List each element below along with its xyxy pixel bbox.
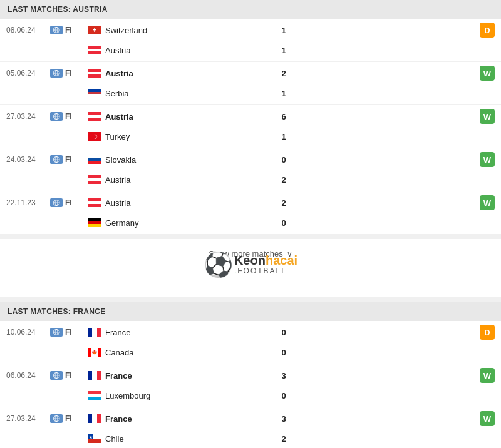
france-flag	[88, 328, 101, 337]
match-date: 06.06.24	[6, 371, 50, 380]
turkey-flag	[88, 132, 101, 141]
match-row: 06.06.24 FI France 3 W	[0, 364, 501, 385]
result-badge: W	[480, 368, 495, 383]
match-type: FI	[50, 328, 88, 337]
team1-col: Slovakia	[88, 155, 274, 165]
match-date: 24.03.24	[6, 155, 50, 164]
match-date: 08.06.24	[6, 26, 50, 34]
france-section: LAST MATCHES: FRANCE 10.06.24 FI France …	[0, 302, 501, 448]
germany-flag	[88, 218, 101, 227]
match-row-2: Turkey 1	[0, 126, 501, 148]
team2-col: Austria	[88, 175, 274, 185]
logo: ⚽ Keonhacai .FOOTBALL	[204, 251, 297, 278]
france-section-header: LAST MATCHES: FRANCE	[0, 302, 501, 321]
score1: 2	[274, 69, 293, 78]
team1-name: France	[105, 371, 132, 380]
globe-badge	[50, 328, 63, 337]
chile-flag	[88, 434, 101, 443]
match-type: FI	[50, 155, 88, 164]
score1: 3	[274, 371, 293, 380]
type-label: FI	[65, 112, 72, 121]
logo-keonhacai: Keonhacai	[234, 253, 297, 267]
score1: 0	[274, 155, 293, 165]
score2: 1	[274, 46, 293, 55]
score1: 3	[274, 414, 293, 424]
team1-name: Slovakia	[105, 155, 136, 165]
team1-name: Austria	[105, 69, 133, 78]
team1-col: Austria	[88, 69, 274, 78]
match-date: 27.03.24	[6, 414, 50, 423]
match-row: 22.11.23 FI Austria 2 W	[0, 191, 501, 213]
score2: 2	[274, 175, 293, 185]
match-pair: 27.03.24 FI France 3 W	[0, 407, 501, 448]
austria-flag	[88, 175, 101, 184]
score1: 1	[274, 26, 293, 35]
type-label: FI	[65, 26, 72, 34]
austria-flag	[88, 69, 101, 78]
match-row-2: Luxembourg 0	[0, 385, 501, 407]
match-pair: 05.06.24 FI Austria 2 W	[0, 62, 501, 105]
match-pair: 27.03.24 FI Austria 6 W	[0, 105, 501, 148]
globe-badge	[50, 198, 63, 207]
match-type: FI	[50, 371, 88, 380]
globe-badge	[50, 155, 63, 164]
slovakia-flag	[88, 155, 101, 164]
serbia-flag	[88, 89, 101, 98]
match-date: 05.06.24	[6, 69, 50, 78]
result-badge: D	[480, 23, 495, 38]
show-more-section: Show more matches ∨ ⚽ Keonhacai .FOOTBAL…	[0, 239, 501, 297]
score1: 2	[274, 198, 293, 208]
france-flag	[88, 414, 101, 423]
match-type: FI	[50, 69, 88, 78]
match-type: FI	[50, 198, 88, 207]
globe-badge	[50, 112, 63, 121]
match-pair: 24.03.24 FI Slovakia 0 W	[0, 148, 501, 191]
team2-name: Turkey	[105, 132, 130, 141]
type-label: FI	[65, 155, 72, 164]
team2-col: Austria	[88, 46, 274, 55]
team1-col: Switzerland	[88, 26, 274, 35]
result-placeholder	[480, 215, 495, 230]
result-placeholder	[480, 172, 495, 187]
austria-flag	[88, 46, 101, 54]
austria-flag	[88, 198, 101, 207]
match-pair: 08.06.24 FI Switzerland 1 D	[0, 19, 501, 62]
team2-col: Germany	[88, 218, 274, 228]
globe-badge	[50, 414, 63, 423]
team1-col: France	[88, 328, 274, 337]
austria-section: LAST MATCHES: AUSTRIA 08.06.24 FI Switze…	[0, 0, 501, 234]
team2-col: Canada	[88, 348, 274, 357]
team2-name: Austria	[105, 46, 130, 55]
match-type: FI	[50, 26, 88, 34]
match-type: FI	[50, 414, 88, 423]
team2-name: Serbia	[105, 89, 129, 98]
logo-soccer-icon: ⚽	[204, 251, 233, 278]
match-row-2: Chile 2	[0, 429, 501, 448]
match-row-2: Canada 0	[0, 342, 501, 364]
match-row: 08.06.24 FI Switzerland 1 D	[0, 19, 501, 40]
result-badge: W	[480, 411, 495, 426]
france-flag	[88, 371, 101, 380]
type-label: FI	[65, 328, 72, 337]
team1-name: Austria	[105, 198, 130, 208]
score2: 0	[274, 348, 293, 357]
team2-name: Luxembourg	[105, 391, 150, 400]
team1-col: Austria	[88, 112, 274, 121]
result-badge: W	[480, 66, 495, 81]
team2-name: Germany	[105, 218, 138, 228]
team1-col: France	[88, 414, 274, 424]
result-placeholder	[480, 388, 495, 403]
team2-col: Chile	[88, 434, 274, 444]
score2: 1	[274, 132, 293, 141]
score2: 0	[274, 218, 293, 228]
match-pair: 10.06.24 FI France 0 D	[0, 321, 501, 364]
team1-col: Austria	[88, 198, 274, 208]
match-pair: 22.11.23 FI Austria 2 W	[0, 191, 501, 234]
globe-badge	[50, 69, 63, 78]
team2-col: Serbia	[88, 89, 274, 98]
globe-badge	[50, 371, 63, 380]
team2-name: Canada	[105, 348, 134, 357]
logo-football-text: .FOOTBALL	[234, 267, 297, 275]
match-date: 22.11.23	[6, 198, 50, 207]
result-badge: W	[480, 152, 495, 167]
